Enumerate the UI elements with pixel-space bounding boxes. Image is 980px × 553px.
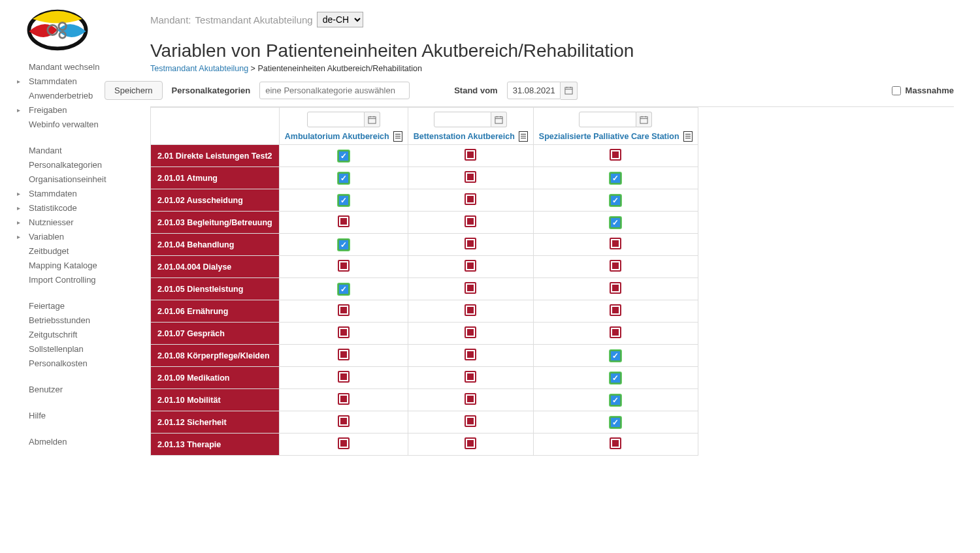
sidebar-item[interactable]: Personalkosten (7, 356, 150, 371)
column-link[interactable]: Spezialisierte Palliative Care Station (539, 131, 693, 142)
column-date-input[interactable] (434, 112, 491, 127)
cell (533, 167, 698, 189)
checkbox-unchecked[interactable] (610, 238, 621, 249)
column-calendar-button[interactable] (365, 112, 380, 127)
cell (408, 234, 533, 256)
sidebar-item[interactable]: Benutzer (7, 383, 150, 397)
checkbox-checked[interactable] (338, 239, 350, 251)
checkbox-unchecked[interactable] (610, 437, 621, 449)
sidebar-item[interactable]: Sollstellenplan (7, 342, 150, 356)
sidebar-item[interactable]: Statistikcode (7, 201, 150, 215)
checkbox-unchecked[interactable] (465, 260, 476, 272)
calendar-icon (640, 116, 648, 124)
stand-vom-input[interactable] (507, 82, 561, 99)
checkbox-unchecked[interactable] (338, 326, 350, 338)
checkbox-unchecked[interactable] (338, 415, 350, 427)
sidebar-item[interactable]: Mandant wechseln (7, 60, 150, 74)
checkbox-unchecked[interactable] (610, 260, 621, 272)
cell (533, 300, 698, 323)
checkbox-unchecked[interactable] (465, 326, 476, 338)
checkbox-unchecked[interactable] (465, 215, 476, 227)
row-header: 2.01.02 Ausscheidung (151, 189, 280, 212)
sidebar-item[interactable]: Mandant (7, 144, 150, 158)
sidebar-item[interactable]: Organisationseinheit (7, 172, 150, 187)
column-calendar-button[interactable] (491, 112, 507, 127)
checkbox-unchecked[interactable] (465, 238, 476, 249)
checkbox-checked[interactable] (338, 172, 350, 184)
checkbox-unchecked[interactable] (610, 149, 621, 161)
sidebar-item[interactable]: Variablen (7, 230, 150, 244)
massnahme-checkbox[interactable] (892, 86, 901, 95)
checkbox-checked[interactable] (610, 172, 621, 184)
sidebar-item[interactable]: Personalkategorien (7, 158, 150, 172)
grid-scroll[interactable]: Ambulatorium Akutbereich Bettenstation A… (150, 106, 954, 456)
column-date-input[interactable] (579, 112, 636, 127)
checkbox-checked[interactable] (610, 350, 621, 362)
column-calendar-button[interactable] (636, 112, 652, 127)
sidebar-item[interactable]: Freigaben (7, 103, 150, 118)
cell (279, 234, 408, 256)
stand-vom-label: Stand vom (454, 86, 497, 95)
sidebar-item[interactable]: Nutzniesser (7, 215, 150, 230)
checkbox-unchecked[interactable] (465, 171, 476, 183)
checkbox-unchecked[interactable] (465, 193, 476, 205)
checkbox-unchecked[interactable] (465, 393, 476, 405)
checkbox-checked[interactable] (338, 195, 350, 206)
locale-select[interactable]: de-CH (317, 12, 363, 27)
sidebar-item[interactable]: Webinfo verwalten (7, 118, 150, 132)
sidebar-item[interactable]: Betriebsstunden (7, 313, 150, 328)
column-link[interactable]: Bettenstation Akutbereich (414, 131, 528, 142)
checkbox-unchecked[interactable] (338, 349, 350, 360)
checkbox-checked[interactable] (338, 150, 350, 162)
checkbox-unchecked[interactable] (610, 304, 621, 316)
row-header: 2.01 Direkte Leistungen Test2 (151, 145, 280, 167)
checkbox-unchecked[interactable] (338, 437, 350, 449)
mandant-prefix: Mandant: (150, 14, 191, 25)
stand-vom-calendar-button[interactable] (561, 82, 578, 100)
cell (533, 256, 698, 278)
checkbox-unchecked[interactable] (338, 260, 350, 272)
column-date-input[interactable] (307, 112, 365, 127)
checkbox-unchecked[interactable] (338, 393, 350, 405)
checkbox-unchecked[interactable] (465, 282, 476, 294)
nav: Mandant wechselnStammdatenAnwenderbetrie… (7, 60, 150, 449)
row-header: 2.01.10 Mobilität (151, 389, 280, 411)
checkbox-checked[interactable] (610, 217, 621, 229)
cell (279, 389, 408, 411)
personalkategorie-input[interactable] (259, 82, 410, 99)
checkbox-unchecked[interactable] (338, 371, 350, 383)
sidebar-item[interactable]: Stammdaten (7, 187, 150, 201)
sidebar-item[interactable]: Zeitgutschrift (7, 328, 150, 342)
sidebar-item[interactable]: Import Controlling (7, 273, 150, 287)
cell (533, 434, 698, 456)
checkbox-unchecked[interactable] (465, 149, 476, 161)
checkbox-unchecked[interactable] (465, 304, 476, 316)
checkbox-unchecked[interactable] (338, 215, 350, 227)
cell (279, 323, 408, 345)
checkbox-unchecked[interactable] (465, 371, 476, 383)
sidebar-item[interactable]: Hilfe (7, 409, 150, 423)
main: Mandant: Testmandant Akutabteilung de-CH… (150, 0, 980, 467)
breadcrumb-link[interactable]: Testmandant Akutabteilung (150, 64, 248, 73)
checkbox-checked[interactable] (610, 372, 621, 384)
checkbox-unchecked[interactable] (465, 415, 476, 427)
checkbox-unchecked[interactable] (610, 326, 621, 338)
checkbox-unchecked[interactable] (465, 349, 476, 360)
sidebar-item[interactable]: Zeitbudget (7, 244, 150, 259)
checkbox-unchecked[interactable] (610, 282, 621, 294)
save-button[interactable]: Speichern (105, 81, 163, 100)
checkbox-checked[interactable] (610, 394, 621, 406)
checkbox-checked[interactable] (610, 195, 621, 206)
checkbox-checked[interactable] (610, 417, 621, 428)
checkbox-checked[interactable] (338, 283, 350, 295)
checkbox-unchecked[interactable] (465, 437, 476, 449)
sidebar-item[interactable]: Mapping Kataloge (7, 259, 150, 273)
cell (408, 300, 533, 323)
breadcrumb: Testmandant Akutabteilung > Patientenein… (150, 64, 954, 73)
column-link[interactable]: Ambulatorium Akutbereich (285, 131, 402, 142)
sidebar-item[interactable]: Feiertage (7, 299, 150, 313)
sidebar-item[interactable]: Abmelden (7, 435, 150, 449)
massnahme-wrap[interactable]: Massnahme (889, 84, 954, 97)
cell (533, 411, 698, 434)
checkbox-unchecked[interactable] (338, 304, 350, 316)
